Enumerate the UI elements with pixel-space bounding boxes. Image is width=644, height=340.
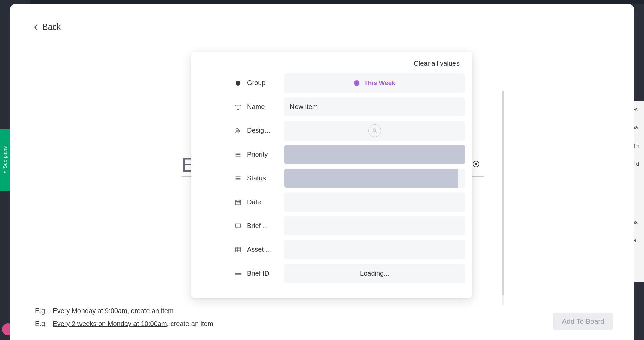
form-fields: Group This Week Name New item (234, 73, 465, 283)
field-row-status: Status (234, 169, 465, 188)
priority-picker[interactable] (284, 145, 465, 164)
scrollbar-track[interactable] (502, 91, 504, 305)
field-label-designer: Desig… (234, 127, 284, 135)
status-bars-icon (234, 151, 242, 159)
field-label-status: Status (234, 174, 284, 182)
svg-point-2 (238, 129, 240, 130)
field-label-brief-id: Brief ID (234, 270, 284, 278)
field-label-priority: Priority (234, 151, 284, 159)
field-label-group: Group (234, 79, 284, 87)
svg-point-0 (236, 81, 240, 86)
back-label: Back (42, 22, 61, 32)
field-row-group: Group This Week (234, 73, 465, 93)
back-button[interactable]: Back (35, 22, 61, 32)
text-icon (234, 103, 242, 111)
field-row-brief-id: Brief ID Loading... (234, 264, 465, 283)
field-row-name: Name New item (234, 97, 465, 116)
chat-icon (234, 222, 242, 230)
svg-text:17: 17 (237, 201, 240, 204)
bottom-row: E.g. - Every Monday at 9:00am, create an… (35, 304, 613, 330)
svg-point-1 (236, 128, 238, 130)
id-icon (234, 270, 242, 278)
status-picker[interactable] (284, 169, 465, 188)
field-label-brief: Brief … (234, 222, 284, 230)
name-input[interactable]: New item (284, 97, 465, 116)
item-form-card: Clear all values Group This Week (191, 52, 472, 298)
board-icon (234, 246, 242, 254)
examples-text: E.g. - Every Monday at 9:00am, create an… (35, 304, 213, 330)
brief-id-value: Loading... (284, 264, 465, 283)
field-label-name: Name (234, 103, 284, 111)
svg-point-3 (374, 129, 376, 131)
sparkle-icon: ✦ (3, 170, 8, 174)
clear-all-values-button[interactable]: Clear all values (234, 60, 463, 67)
background-topbar (0, 0, 644, 4)
field-row-priority: Priority (234, 145, 465, 164)
field-row-brief: Brief … (234, 216, 465, 235)
field-label-date: 17 Date (234, 198, 284, 206)
close-icon[interactable] (472, 160, 480, 168)
field-label-asset: Asset … (234, 246, 284, 254)
chevron-left-icon (34, 24, 40, 30)
designer-picker[interactable] (284, 121, 465, 141)
modal-sheet: Back E Clear all values Group This Week (10, 4, 634, 340)
svg-rect-17 (236, 247, 241, 252)
asset-picker[interactable] (284, 240, 465, 259)
status-bars-icon (234, 174, 242, 182)
field-row-asset: Asset … (234, 240, 465, 259)
field-row-date: 17 Date (234, 192, 465, 212)
people-icon (234, 127, 242, 135)
field-value-group[interactable]: This Week (284, 73, 465, 93)
calendar-icon: 17 (234, 198, 242, 206)
brief-input[interactable] (284, 216, 465, 235)
field-row-designer: Desig… (234, 121, 465, 140)
scrollbar-thumb[interactable] (502, 91, 504, 295)
group-color-dot (354, 80, 359, 86)
svg-rect-21 (235, 273, 241, 275)
date-picker[interactable] (284, 192, 465, 212)
person-placeholder-icon (368, 124, 381, 137)
add-to-board-button[interactable]: Add To Board (553, 313, 613, 330)
group-dot-icon (234, 79, 242, 87)
see-plans-label: See plans (2, 146, 8, 168)
see-plans-tab[interactable]: ✦ See plans (0, 129, 10, 191)
